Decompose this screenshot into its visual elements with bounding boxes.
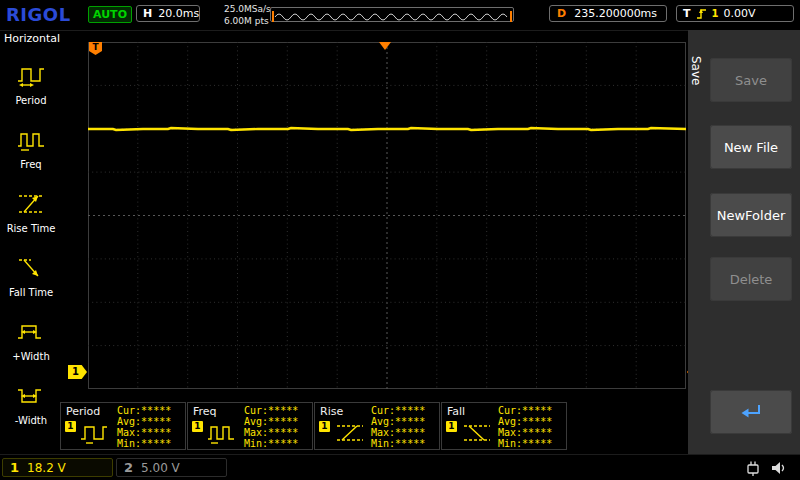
top-status-bar: RIGOL AUTO H 20.0ms 25.0MSa/s 6.00M pts … <box>0 0 800 31</box>
cur-label: Cur: <box>371 405 395 416</box>
channel1-status-box[interactable]: 1 18.2 V <box>2 458 113 477</box>
cur-value: ***** <box>522 405 552 416</box>
trigger-box[interactable]: T 1 0.00V <box>676 5 794 22</box>
sidebar-item-label: Fall Time <box>9 287 53 298</box>
max-label: Max: <box>117 427 141 438</box>
sample-rate: 25.0MSa/s <box>224 3 271 15</box>
max-label: Max: <box>244 427 268 438</box>
avg-label: Avg: <box>117 416 141 427</box>
save-button[interactable]: Save <box>710 58 792 102</box>
menu-title: Save <box>689 56 703 85</box>
sidebar-item-label: -Width <box>15 415 47 426</box>
cur-value: ***** <box>268 405 298 416</box>
acquisition-info: 25.0MSa/s 6.00M pts <box>224 3 271 27</box>
sidebar-title: Horizontal <box>0 32 62 52</box>
minus-width-icon <box>15 383 47 413</box>
cur-label: Cur: <box>244 405 268 416</box>
avg-value: ***** <box>268 416 298 427</box>
cur-label: Cur: <box>117 405 141 416</box>
graticule-grid <box>88 42 686 389</box>
min-value: ***** <box>522 438 552 449</box>
save-menu-panel: Save Save New File NewFolder Delete <box>688 30 800 454</box>
max-value: ***** <box>268 427 298 438</box>
sidebar-item-minus-width[interactable]: -Width <box>0 372 62 436</box>
sidebar-item-plus-width[interactable]: +Width <box>0 308 62 372</box>
plus-width-icon <box>15 319 47 349</box>
channel1-scale: 18.2 V <box>27 461 66 475</box>
sidebar-item-label: Freq <box>20 159 41 170</box>
channel1-ground-marker[interactable]: 1 <box>68 365 87 379</box>
measure-sidebar: Horizontal Period Freq <box>0 32 62 436</box>
sidebar-item-fall-time[interactable]: Fall Time <box>0 244 62 308</box>
rigol-logo: RIGOL <box>6 4 71 25</box>
channel-badge: 1 <box>192 421 203 432</box>
sidebar-item-rise-time[interactable]: Rise Time <box>0 180 62 244</box>
avg-label: Avg: <box>498 416 522 427</box>
channel1-id: 1 <box>10 460 19 475</box>
period-icon <box>15 63 47 93</box>
max-value: ***** <box>141 427 171 438</box>
trigger-source: 1 <box>712 8 719 19</box>
new-folder-button[interactable]: NewFolder <box>710 193 792 237</box>
measurement-name: Fall <box>447 405 465 418</box>
channel-badge: 1 <box>319 421 330 432</box>
max-label: Max: <box>371 427 395 438</box>
back-button[interactable] <box>710 390 792 434</box>
sidebar-item-label: Rise Time <box>7 223 56 234</box>
min-value: ***** <box>141 438 171 449</box>
max-value: ***** <box>395 427 425 438</box>
measurement-panel-rise: Rise 1 Cur:***** Avg:***** Max:***** Min… <box>314 402 440 450</box>
min-label: Min: <box>498 438 522 449</box>
delay-box[interactable]: D 235.200000ms <box>549 5 667 22</box>
cur-value: ***** <box>141 405 171 416</box>
channel2-id: 2 <box>124 460 133 475</box>
min-value: ***** <box>268 438 298 449</box>
measurement-readout-row: Period 1 Cur:***** Avg:***** Max:***** M… <box>60 402 567 450</box>
measurement-name: Period <box>66 405 100 418</box>
new-file-button[interactable]: New File <box>710 125 792 169</box>
measurement-name: Rise <box>320 405 343 418</box>
usb-icon <box>744 458 762 480</box>
channel-status-bar: 1 18.2 V 2 5.00 V <box>0 454 800 480</box>
run-status-badge[interactable]: AUTO <box>88 6 132 23</box>
sidebar-item-label: Period <box>15 95 46 106</box>
min-label: Min: <box>117 438 141 449</box>
memory-depth: 6.00M pts <box>224 15 271 27</box>
min-value: ***** <box>395 438 425 449</box>
channel-badge: 1 <box>65 421 76 432</box>
channel2-status-box[interactable]: 2 5.00 V <box>116 458 227 477</box>
fall-waveform-icon <box>460 421 494 449</box>
cur-label: Cur: <box>498 405 522 416</box>
min-label: Min: <box>244 438 268 449</box>
oscilloscope-screen: RIGOL AUTO H 20.0ms 25.0MSa/s 6.00M pts … <box>0 0 800 480</box>
waveform-preview-strip[interactable] <box>270 7 514 22</box>
rise-time-icon <box>15 191 47 221</box>
sidebar-item-period[interactable]: Period <box>0 52 62 116</box>
period-waveform-icon <box>79 421 113 449</box>
delay-label: D <box>557 7 566 20</box>
freq-icon <box>15 127 47 157</box>
trigger-level-value: 0.00V <box>723 7 755 20</box>
return-arrow-icon <box>738 402 764 422</box>
channel2-scale: 5.00 V <box>141 461 180 475</box>
waveform-display-area[interactable] <box>88 42 686 389</box>
trigger-label: T <box>683 7 691 20</box>
cur-value: ***** <box>395 405 425 416</box>
timebase-label: H <box>143 7 152 20</box>
avg-label: Avg: <box>244 416 268 427</box>
delay-value: 235.200000ms <box>574 7 657 20</box>
fall-time-icon <box>15 255 47 285</box>
avg-value: ***** <box>141 416 171 427</box>
max-label: Max: <box>498 427 522 438</box>
measurement-panel-fall: Fall 1 Cur:***** Avg:***** Max:***** Min… <box>441 402 567 450</box>
rise-waveform-icon <box>333 421 367 449</box>
avg-label: Avg: <box>371 416 395 427</box>
preview-wave-icon <box>271 10 513 23</box>
timebase-box[interactable]: H 20.0ms <box>136 5 200 22</box>
sidebar-item-freq[interactable]: Freq <box>0 116 62 180</box>
freq-waveform-icon <box>206 421 240 449</box>
delete-button[interactable]: Delete <box>710 257 792 301</box>
max-value: ***** <box>522 427 552 438</box>
avg-value: ***** <box>395 416 425 427</box>
channel-badge: 1 <box>446 421 457 432</box>
